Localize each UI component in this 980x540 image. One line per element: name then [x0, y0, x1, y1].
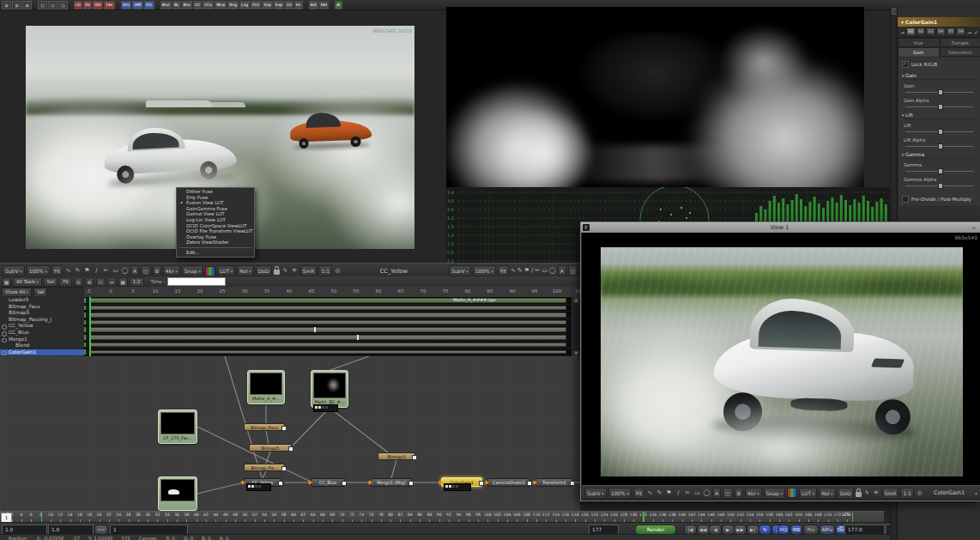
keyframe-tick[interactable] [357, 335, 359, 340]
flow-node-colorgain1[interactable]: ColorGain1 [441, 477, 482, 487]
line-tool-icon[interactable]: ∕ [93, 266, 100, 276]
toolbar-shortcut-3sl[interactable]: 3SL [144, 1, 154, 9]
track-row-loader5[interactable]: Matte_A_####.tga [84, 297, 580, 305]
one-to-one-button[interactable]: 1:1 [900, 488, 914, 499]
timeline-node-loader5[interactable]: Loader5 [0, 297, 84, 304]
menu-item-fusion-view-lut[interactable]: Fusion View LUT [177, 200, 254, 206]
channel-rgb-icon[interactable] [205, 266, 215, 276]
spline-icon[interactable]: ∿ [511, 266, 516, 276]
window-icon-1[interactable]: ▣ [12, 1, 21, 9]
track-row-cc_blue[interactable] [84, 334, 580, 342]
timeline-scrollbar[interactable]: ▲▼ [572, 297, 580, 356]
preset-s5[interactable]: S5 [947, 27, 956, 36]
flow-node-matte-b2[interactable]: Matte_B2_#... [311, 370, 348, 408]
slider-lift-alpha[interactable] [905, 143, 973, 147]
flag-icon[interactable]: ⚑ [83, 266, 91, 276]
play-reverse-button[interactable]: ◀ [709, 525, 722, 535]
goto-end-button[interactable]: ▶| [747, 525, 759, 535]
sample-icon[interactable]: ◎ [334, 266, 342, 276]
slider-gain[interactable] [905, 89, 973, 93]
pan-icon[interactable]: ↔ [107, 277, 117, 287]
menu-item-drip-fuse[interactable]: Drip Fuse [177, 195, 254, 201]
one-to-one-button[interactable]: 1:1 [318, 265, 332, 276]
play-button[interactable]: ▶ [722, 525, 735, 535]
preset-s4[interactable]: S4 [936, 27, 946, 36]
layout-icon-1[interactable]: ▤ [48, 1, 57, 9]
timeline-playhead[interactable] [89, 297, 91, 356]
timeline-node-colorgain1[interactable]: ColorGain1 [0, 349, 84, 356]
tab-saturation[interactable]: Saturation [940, 47, 980, 57]
timeline-node-cc_blue[interactable]: CC_Blue [0, 330, 84, 337]
slider-lift[interactable] [905, 129, 973, 132]
zoom-in-icon[interactable]: ⊕ [85, 277, 94, 287]
timeline-node-cc_yellow[interactable]: CC_Yellow [0, 323, 84, 330]
track-bar[interactable] [90, 320, 566, 325]
minimize-button[interactable]: – [970, 224, 978, 232]
flow-node-bitmap3[interactable]: Bitmap3 [378, 452, 415, 460]
zoom-level-dropdown[interactable]: 100% [27, 265, 50, 276]
flow-node-merge1[interactable]: Merge1 (Mrg) [371, 478, 412, 487]
lut-dropdown[interactable]: LUT [217, 265, 235, 276]
group-header-lift[interactable]: Lift [902, 112, 977, 119]
sel-button[interactable]: Sel [44, 277, 57, 287]
menu-item-ocio-file-transform-viewlut[interactable]: OCIO File Transform ViewLUT [177, 228, 254, 234]
apply-icon[interactable]: ✓ [973, 29, 979, 35]
track-row-cc_yellow[interactable] [84, 326, 580, 334]
cut-tool-icon[interactable]: ✂ [102, 266, 110, 276]
track-row-blend[interactable] [84, 349, 580, 356]
frame-ruler[interactable]: 2468101214161820222426283032343638404244… [0, 511, 884, 523]
toolbar-shortcut-flu[interactable]: FLU [251, 1, 261, 9]
zoom-level-dropdown[interactable]: 100% [608, 488, 632, 499]
flow-node-cc-blue[interactable]: CC_Blue [311, 478, 345, 487]
checker-icon[interactable]: ✳ [291, 266, 299, 276]
rectangle-tool-icon[interactable]: ▭ [112, 266, 119, 276]
fit-button[interactable]: Fit [51, 265, 63, 276]
toolbar-shortcut-exp[interactable]: Exp [274, 1, 284, 9]
menu-item-gaingamma-fuse[interactable]: GainGamma Fuse [177, 206, 254, 212]
toolbar-more-icon[interactable]: ▾ [975, 490, 977, 496]
pen-icon[interactable]: ✎ [517, 266, 523, 276]
fit-button[interactable]: Fit [633, 488, 644, 499]
rectangle-tool-icon[interactable]: ▭ [693, 488, 701, 498]
roi-dropdown[interactable]: RoI [237, 265, 253, 276]
flow-node-bitmap5[interactable]: Bitmap5 [249, 444, 292, 452]
toolbar-shortcut-ccv[interactable]: CCv [203, 1, 214, 9]
timeline-node-bitmap_passing_j[interactable]: Bitmap_Passing_J [0, 317, 84, 324]
ratio-button[interactable]: 1:2 [130, 277, 144, 287]
hq-button[interactable]: HQ [777, 525, 789, 535]
toolbar-shortcut-bl[interactable]: BL [172, 1, 181, 9]
window-icon-2[interactable]: ▣ [22, 1, 32, 9]
toolbar-shortcut-hst[interactable]: Hst [319, 1, 330, 9]
buffer-a-button[interactable]: A [558, 265, 566, 276]
buffer-a-button[interactable]: A [712, 488, 721, 499]
lightning-icon[interactable]: ϟ [863, 488, 871, 498]
current-frame-field[interactable]: 177 [589, 525, 619, 535]
track-row-bitmap_passing_j[interactable] [84, 319, 580, 327]
smr-button[interactable]: SmR [882, 488, 899, 499]
toolbar-shortcut-snp[interactable]: Snp [262, 1, 273, 9]
toolbar-shortcut-sv[interactable]: SV [83, 1, 92, 9]
toolbar-shortcut-3mt[interactable]: 3Mt [132, 1, 143, 9]
slider-handle[interactable] [938, 89, 943, 95]
track-row-bitmap_face[interactable] [84, 305, 580, 312]
track-bar[interactable] [90, 306, 566, 311]
subv-dropdown[interactable]: SubV [584, 488, 607, 499]
prv-button[interactable]: Prv [803, 525, 819, 535]
goto-start-button[interactable]: |◀ [684, 525, 697, 535]
checker-icon[interactable]: ✳ [873, 488, 880, 498]
toolbar-shortcut-mlw[interactable]: MLw [215, 1, 227, 9]
goto-icon[interactable]: → [966, 29, 972, 35]
pen-icon[interactable]: ✎ [74, 266, 82, 276]
flow-node-transform1[interactable]: Transform1 [535, 478, 573, 487]
roi-dropdown[interactable]: RoI [819, 488, 835, 499]
snap-dropdown[interactable]: Snap [182, 265, 203, 276]
grid-icon[interactable]: ▦ [118, 277, 128, 287]
snap-dropdown[interactable]: Snap [764, 488, 785, 499]
flow-editor[interactable]: Matte_A_#...Matte_B2_#...CP_170_Fas...Bi… [0, 356, 580, 511]
timeline-scale-field-0[interactable]: 1.0 [2, 525, 47, 535]
buffer-ab-split-button[interactable]: ◫ [568, 265, 578, 276]
preset-s3[interactable]: S3 [926, 27, 935, 36]
timeline-scale-field-1[interactable]: 1.0 [48, 525, 94, 535]
frame-input-field[interactable]: 1 [110, 525, 188, 535]
rewind-button[interactable]: << [94, 525, 108, 535]
